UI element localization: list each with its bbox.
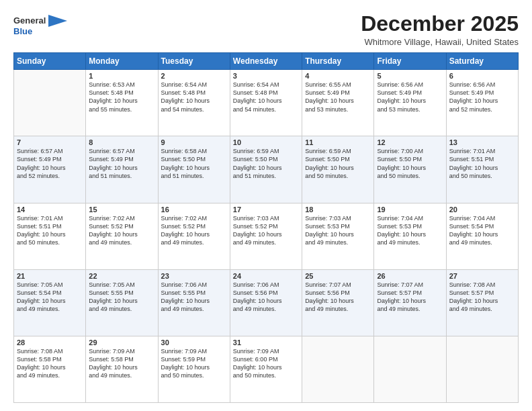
table-row: 13Sunrise: 7:01 AM Sunset: 5:51 PM Dayli…: [446, 136, 518, 203]
day-info: Sunrise: 7:09 AM Sunset: 5:59 PM Dayligh…: [161, 347, 227, 380]
day-number: 11: [305, 138, 371, 146]
day-info: Sunrise: 7:09 AM Sunset: 5:58 PM Dayligh…: [89, 347, 154, 380]
day-info: Sunrise: 7:00 AM Sunset: 5:50 PM Dayligh…: [377, 147, 443, 180]
table-row: 25Sunrise: 7:07 AM Sunset: 5:56 PM Dayli…: [302, 269, 374, 336]
day-number: 4: [305, 72, 371, 80]
col-monday: Monday: [86, 53, 158, 70]
table-row: 10Sunrise: 6:59 AM Sunset: 5:50 PM Dayli…: [230, 136, 302, 203]
table-row: 21Sunrise: 7:05 AM Sunset: 5:54 PM Dayli…: [14, 269, 86, 336]
table-row: [302, 336, 374, 402]
calendar-table: Sunday Monday Tuesday Wednesday Thursday…: [13, 52, 519, 403]
day-info: Sunrise: 6:53 AM Sunset: 5:48 PM Dayligh…: [89, 81, 154, 113]
day-info: Sunrise: 7:01 AM Sunset: 5:51 PM Dayligh…: [17, 214, 83, 247]
day-number: 17: [233, 205, 299, 214]
day-info: Sunrise: 7:03 AM Sunset: 5:53 PM Dayligh…: [305, 214, 371, 247]
location: Whitmore Village, Hawaii, United States: [361, 37, 519, 47]
table-row: 5Sunrise: 6:56 AM Sunset: 5:49 PM Daylig…: [374, 70, 446, 136]
day-info: Sunrise: 6:57 AM Sunset: 5:49 PM Dayligh…: [89, 147, 154, 180]
day-number: 25: [305, 272, 371, 280]
col-wednesday: Wednesday: [230, 53, 302, 70]
table-row: 26Sunrise: 7:07 AM Sunset: 5:57 PM Dayli…: [374, 269, 446, 336]
day-number: 1: [89, 72, 154, 80]
table-row: [446, 336, 518, 402]
day-info: Sunrise: 6:58 AM Sunset: 5:50 PM Dayligh…: [161, 147, 227, 180]
day-number: 7: [17, 138, 83, 146]
day-info: Sunrise: 7:07 AM Sunset: 5:56 PM Dayligh…: [305, 281, 371, 314]
day-info: Sunrise: 7:07 AM Sunset: 5:57 PM Dayligh…: [377, 281, 443, 314]
table-row: [374, 336, 446, 402]
day-info: Sunrise: 6:56 AM Sunset: 5:49 PM Dayligh…: [449, 81, 515, 113]
table-row: 17Sunrise: 7:03 AM Sunset: 5:52 PM Dayli…: [230, 203, 302, 269]
day-number: 18: [305, 205, 371, 214]
calendar-week-row: 28Sunrise: 7:08 AM Sunset: 5:58 PM Dayli…: [14, 336, 519, 402]
day-info: Sunrise: 6:56 AM Sunset: 5:49 PM Dayligh…: [377, 81, 443, 113]
table-row: 28Sunrise: 7:08 AM Sunset: 5:58 PM Dayli…: [14, 336, 86, 402]
table-row: 20Sunrise: 7:04 AM Sunset: 5:54 PM Dayli…: [446, 203, 518, 269]
day-info: Sunrise: 6:54 AM Sunset: 5:48 PM Dayligh…: [161, 81, 227, 113]
table-row: 15Sunrise: 7:02 AM Sunset: 5:52 PM Dayli…: [86, 203, 158, 269]
day-number: 27: [449, 272, 515, 280]
table-row: 16Sunrise: 7:02 AM Sunset: 5:52 PM Dayli…: [158, 203, 230, 269]
day-number: 12: [377, 138, 443, 146]
day-info: Sunrise: 7:02 AM Sunset: 5:52 PM Dayligh…: [161, 214, 227, 247]
day-number: 28: [17, 338, 83, 347]
day-number: 21: [17, 272, 83, 280]
day-info: Sunrise: 7:08 AM Sunset: 5:58 PM Dayligh…: [17, 347, 83, 380]
table-row: 12Sunrise: 7:00 AM Sunset: 5:50 PM Dayli…: [374, 136, 446, 203]
day-info: Sunrise: 7:03 AM Sunset: 5:52 PM Dayligh…: [233, 214, 299, 247]
col-friday: Friday: [374, 53, 446, 70]
table-row: 9Sunrise: 6:58 AM Sunset: 5:50 PM Daylig…: [158, 136, 230, 203]
table-row: 7Sunrise: 6:57 AM Sunset: 5:49 PM Daylig…: [14, 136, 86, 203]
table-row: 3Sunrise: 6:54 AM Sunset: 5:48 PM Daylig…: [230, 70, 302, 136]
table-row: 31Sunrise: 7:09 AM Sunset: 6:00 PM Dayli…: [230, 336, 302, 402]
day-info: Sunrise: 7:02 AM Sunset: 5:52 PM Dayligh…: [89, 214, 154, 247]
page: General Blue December 2025 Whitmore Vill…: [0, 0, 532, 411]
day-number: 26: [377, 272, 443, 280]
table-row: 1Sunrise: 6:53 AM Sunset: 5:48 PM Daylig…: [86, 70, 158, 136]
table-row: 18Sunrise: 7:03 AM Sunset: 5:53 PM Dayli…: [302, 203, 374, 269]
logo-general: General: [13, 16, 46, 26]
day-info: Sunrise: 7:06 AM Sunset: 5:56 PM Dayligh…: [233, 281, 299, 314]
table-row: 23Sunrise: 7:06 AM Sunset: 5:55 PM Dayli…: [158, 269, 230, 336]
table-row: 4Sunrise: 6:55 AM Sunset: 5:49 PM Daylig…: [302, 70, 374, 136]
title-section: December 2025 Whitmore Village, Hawaii, …: [361, 12, 519, 47]
day-info: Sunrise: 7:08 AM Sunset: 5:57 PM Dayligh…: [449, 281, 515, 314]
table-row: 29Sunrise: 7:09 AM Sunset: 5:58 PM Dayli…: [86, 336, 158, 402]
table-row: 27Sunrise: 7:08 AM Sunset: 5:57 PM Dayli…: [446, 269, 518, 336]
table-row: 24Sunrise: 7:06 AM Sunset: 5:56 PM Dayli…: [230, 269, 302, 336]
svg-marker-0: [48, 15, 67, 27]
calendar-week-row: 7Sunrise: 6:57 AM Sunset: 5:49 PM Daylig…: [14, 136, 519, 203]
month-title: December 2025: [361, 12, 519, 36]
header: General Blue December 2025 Whitmore Vill…: [13, 12, 519, 47]
calendar-header-row: Sunday Monday Tuesday Wednesday Thursday…: [14, 53, 519, 70]
day-number: 8: [89, 138, 154, 146]
day-number: 24: [233, 272, 299, 280]
day-number: 6: [449, 72, 515, 80]
day-info: Sunrise: 6:55 AM Sunset: 5:49 PM Dayligh…: [305, 81, 371, 113]
col-tuesday: Tuesday: [158, 53, 230, 70]
day-number: 3: [233, 72, 299, 80]
day-number: 20: [449, 205, 515, 214]
table-row: 2Sunrise: 6:54 AM Sunset: 5:48 PM Daylig…: [158, 70, 230, 136]
day-info: Sunrise: 6:59 AM Sunset: 5:50 PM Dayligh…: [233, 147, 299, 180]
day-info: Sunrise: 7:04 AM Sunset: 5:54 PM Dayligh…: [449, 214, 515, 247]
day-number: 30: [161, 338, 227, 347]
table-row: 19Sunrise: 7:04 AM Sunset: 5:53 PM Dayli…: [374, 203, 446, 269]
day-number: 9: [161, 138, 227, 146]
col-thursday: Thursday: [302, 53, 374, 70]
calendar-week-row: 1Sunrise: 6:53 AM Sunset: 5:48 PM Daylig…: [14, 70, 519, 136]
logo-flag-icon: [48, 15, 67, 27]
day-info: Sunrise: 7:05 AM Sunset: 5:55 PM Dayligh…: [89, 281, 154, 314]
table-row: 11Sunrise: 6:59 AM Sunset: 5:50 PM Dayli…: [302, 136, 374, 203]
day-number: 10: [233, 138, 299, 146]
calendar-week-row: 21Sunrise: 7:05 AM Sunset: 5:54 PM Dayli…: [14, 269, 519, 336]
day-number: 13: [449, 138, 515, 146]
col-saturday: Saturday: [446, 53, 518, 70]
day-info: Sunrise: 6:57 AM Sunset: 5:49 PM Dayligh…: [17, 147, 83, 180]
logo: General Blue: [13, 15, 67, 36]
day-info: Sunrise: 7:04 AM Sunset: 5:53 PM Dayligh…: [377, 214, 443, 247]
table-row: 8Sunrise: 6:57 AM Sunset: 5:49 PM Daylig…: [86, 136, 158, 203]
table-row: 6Sunrise: 6:56 AM Sunset: 5:49 PM Daylig…: [446, 70, 518, 136]
day-number: 15: [89, 205, 154, 214]
day-number: 31: [233, 338, 299, 347]
